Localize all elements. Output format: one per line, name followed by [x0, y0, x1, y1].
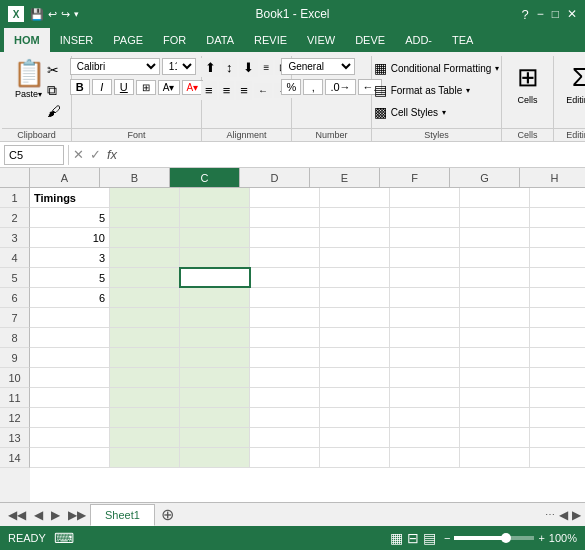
cell-f12[interactable] — [390, 408, 460, 427]
normal-view-button[interactable]: ▦ — [390, 530, 403, 546]
cell-f13[interactable] — [390, 428, 460, 447]
cell-f10[interactable] — [390, 368, 460, 387]
cell-h2[interactable] — [530, 208, 585, 227]
cells-button[interactable]: ⊞ Cells — [513, 58, 543, 109]
align-bottom-button[interactable]: ⬇ — [239, 58, 258, 77]
cell-b8[interactable] — [110, 328, 180, 347]
underline-button[interactable]: U — [114, 79, 134, 95]
tab-developer[interactable]: DEVE — [345, 28, 395, 52]
cell-a1[interactable]: Timings — [30, 188, 110, 207]
cell-d9[interactable] — [250, 348, 320, 367]
cell-h9[interactable] — [530, 348, 585, 367]
cell-g12[interactable] — [460, 408, 530, 427]
format-as-table-button[interactable]: ▤ Format as Table ▾ — [370, 80, 475, 100]
cell-g3[interactable] — [460, 228, 530, 247]
cell-b1[interactable] — [110, 188, 180, 207]
quick-access-dropdown[interactable]: ▾ — [74, 9, 79, 19]
cell-h11[interactable] — [530, 388, 585, 407]
cell-a9[interactable] — [30, 348, 110, 367]
cell-a7[interactable] — [30, 308, 110, 327]
cell-c5[interactable] — [180, 268, 250, 287]
cell-e1[interactable] — [320, 188, 390, 207]
format-painter-button[interactable]: 🖌 — [47, 103, 61, 119]
conditional-formatting-button[interactable]: ▦ Conditional Formatting ▾ — [370, 58, 504, 78]
cell-d2[interactable] — [250, 208, 320, 227]
cell-b12[interactable] — [110, 408, 180, 427]
cell-a11[interactable] — [30, 388, 110, 407]
cell-a6[interactable]: 6 — [30, 288, 110, 307]
zoom-in-button[interactable]: + — [538, 532, 544, 544]
cell-b3[interactable] — [110, 228, 180, 247]
cell-g6[interactable] — [460, 288, 530, 307]
row-header-10[interactable]: 10 — [0, 368, 30, 388]
sheet-nav-last[interactable]: ▶▶ — [64, 508, 90, 522]
cell-c12[interactable] — [180, 408, 250, 427]
cell-b6[interactable] — [110, 288, 180, 307]
maximize-button[interactable]: □ — [552, 7, 559, 21]
cut-button[interactable]: ✂ — [47, 62, 61, 78]
cell-e12[interactable] — [320, 408, 390, 427]
cell-d11[interactable] — [250, 388, 320, 407]
align-top-button[interactable]: ⬆ — [201, 58, 220, 77]
cell-f9[interactable] — [390, 348, 460, 367]
cell-h3[interactable] — [530, 228, 585, 247]
sheet-nav-next[interactable]: ▶ — [47, 508, 64, 522]
col-header-e[interactable]: E — [310, 168, 380, 187]
cell-h8[interactable] — [530, 328, 585, 347]
add-sheet-button[interactable]: ⊕ — [157, 505, 178, 524]
cell-f8[interactable] — [390, 328, 460, 347]
cell-e5[interactable] — [320, 268, 390, 287]
copy-button[interactable]: ⧉ — [47, 82, 61, 99]
cell-styles-button[interactable]: ▩ Cell Styles ▾ — [370, 102, 450, 122]
cell-f7[interactable] — [390, 308, 460, 327]
cell-g5[interactable] — [460, 268, 530, 287]
zoom-out-button[interactable]: − — [444, 532, 450, 544]
cell-d5[interactable] — [250, 268, 320, 287]
cell-e3[interactable] — [320, 228, 390, 247]
cell-d14[interactable] — [250, 448, 320, 467]
cell-b5[interactable] — [110, 268, 180, 287]
row-header-9[interactable]: 9 — [0, 348, 30, 368]
cell-d1[interactable] — [250, 188, 320, 207]
align-right-button[interactable]: ≡ — [236, 81, 252, 100]
cell-b10[interactable] — [110, 368, 180, 387]
cell-d8[interactable] — [250, 328, 320, 347]
cell-b7[interactable] — [110, 308, 180, 327]
col-header-g[interactable]: G — [450, 168, 520, 187]
cell-e4[interactable] — [320, 248, 390, 267]
cell-d3[interactable] — [250, 228, 320, 247]
row-header-11[interactable]: 11 — [0, 388, 30, 408]
cell-g8[interactable] — [460, 328, 530, 347]
cell-b9[interactable] — [110, 348, 180, 367]
formula-input[interactable] — [121, 145, 581, 165]
tab-formulas[interactable]: FOR — [153, 28, 196, 52]
cell-g14[interactable] — [460, 448, 530, 467]
cell-e10[interactable] — [320, 368, 390, 387]
row-header-6[interactable]: 6 — [0, 288, 30, 308]
row-header-7[interactable]: 7 — [0, 308, 30, 328]
decimal-increase-button[interactable]: .0→ — [325, 79, 355, 95]
cell-c2[interactable] — [180, 208, 250, 227]
cell-g2[interactable] — [460, 208, 530, 227]
tab-insert[interactable]: INSER — [50, 28, 104, 52]
col-header-f[interactable]: F — [380, 168, 450, 187]
cell-g1[interactable] — [460, 188, 530, 207]
page-break-button[interactable]: ▤ — [423, 530, 436, 546]
cell-h7[interactable] — [530, 308, 585, 327]
cell-f11[interactable] — [390, 388, 460, 407]
sheet-tab-sheet1[interactable]: Sheet1 — [90, 504, 155, 526]
cell-a5[interactable]: 5 — [30, 268, 110, 287]
italic-button[interactable]: I — [92, 79, 112, 95]
cell-h4[interactable] — [530, 248, 585, 267]
align-center-button[interactable]: ≡ — [219, 81, 235, 100]
fill-color-button[interactable]: A▾ — [158, 80, 180, 95]
cell-a4[interactable]: 3 — [30, 248, 110, 267]
row-header-4[interactable]: 4 — [0, 248, 30, 268]
comma-button[interactable]: , — [303, 79, 323, 95]
row-header-5[interactable]: 5 — [0, 268, 30, 288]
cell-d12[interactable] — [250, 408, 320, 427]
cell-g10[interactable] — [460, 368, 530, 387]
cell-a14[interactable] — [30, 448, 110, 467]
redo-icon[interactable]: ↪ — [61, 8, 70, 21]
cell-h10[interactable] — [530, 368, 585, 387]
